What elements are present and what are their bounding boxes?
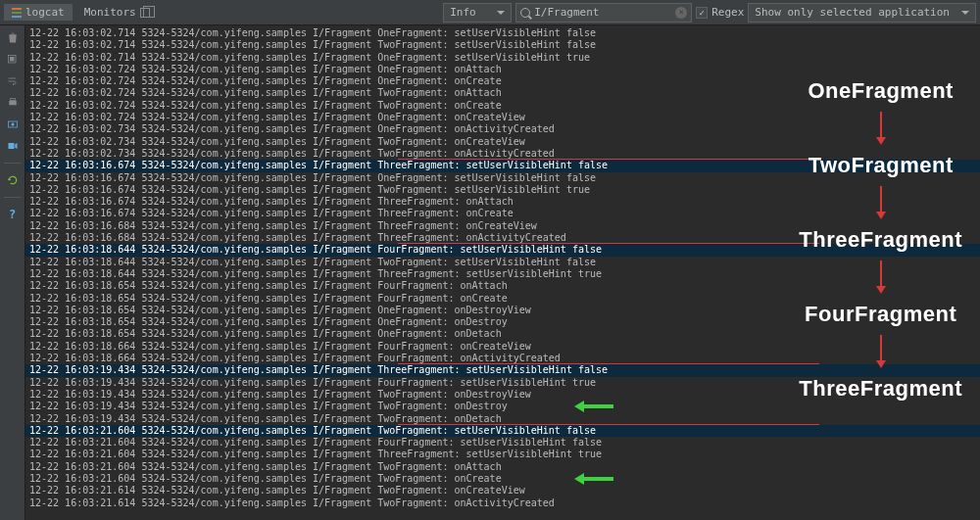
log-line-prefix: 12-22 16:03:18.654 5324-5324/com.yifeng.…: [29, 316, 377, 327]
log-line-message: ThreeFragment: setUserVisibleHint true: [377, 449, 602, 459]
log-line-prefix: 12-22 16:03:02.714 5324-5324/com.yifeng.…: [29, 27, 377, 38]
log-line[interactable]: 12-22 16:03:02.714 5324-5324/com.yifeng.…: [25, 52, 980, 64]
log-line-message: TwoFragment: onDestroy: [377, 401, 507, 411]
log-line-message: FourFragment: setUserVisibleHint false: [377, 437, 602, 448]
log-line-prefix: 12-22 16:03:16.684 5324-5324/com.yifeng.…: [29, 220, 377, 231]
log-line-prefix: 12-22 16:03:21.604 5324-5324/com.yifeng.…: [29, 425, 377, 436]
down-arrow-icon: [876, 260, 886, 294]
log-line-prefix: 12-22 16:03:02.734 5324-5324/com.yifeng.…: [29, 136, 377, 147]
annotation-label: ThreeFragment: [799, 376, 962, 402]
log-line-message: TwoFragment: onDetach: [377, 413, 501, 424]
log-line-prefix: 12-22 16:03:21.604 5324-5324/com.yifeng.…: [29, 449, 377, 459]
log-line-message: ThreeFragment: setUserVisibleHint false: [377, 160, 608, 170]
log-line[interactable]: 12-22 16:03:02.724 5324-5324/com.yifeng.…: [25, 64, 980, 75]
tab-logcat-label: logcat: [25, 6, 65, 19]
chevron-down-icon: [961, 11, 969, 15]
log-line-message: TwoFragment: onCreateView: [377, 485, 525, 496]
log-line[interactable]: 12-22 16:03:21.614 5324-5324/com.yifeng.…: [25, 485, 980, 496]
log-line[interactable]: 12-22 16:03:21.604 5324-5324/com.yifeng.…: [25, 437, 980, 449]
log-line-message: OneFragment: onDestroyView: [377, 305, 531, 315]
log-line-message: FourFragment: onCreate: [377, 293, 507, 304]
filter-value: Show only selected application: [755, 6, 950, 19]
log-line-message: TwoFragment: setUserVisibleHint false: [377, 425, 596, 436]
restore-icon: [140, 8, 150, 18]
svg-point-5: [11, 123, 14, 126]
scroll-end-icon[interactable]: [6, 53, 20, 67]
log-line-prefix: 12-22 16:03:02.714 5324-5324/com.yifeng.…: [29, 39, 377, 50]
log-line-prefix: 12-22 16:03:18.644 5324-5324/com.yifeng.…: [29, 244, 377, 255]
chevron-down-icon: [497, 11, 505, 15]
log-line-prefix: 12-22 16:03:02.724 5324-5324/com.yifeng.…: [29, 112, 377, 122]
log-line-prefix: 12-22 16:03:18.654 5324-5324/com.yifeng.…: [29, 305, 377, 315]
log-line[interactable]: 12-22 16:03:21.604 5324-5324/com.yifeng.…: [25, 473, 980, 485]
log-line[interactable]: 12-22 16:03:19.434 5324-5324/com.yifeng.…: [25, 401, 980, 412]
log-line[interactable]: 12-22 16:03:21.604 5324-5324/com.yifeng.…: [25, 461, 980, 473]
log-line-message: TwoFragment: setUserVisibleHint false: [377, 39, 596, 50]
svg-rect-6: [8, 143, 14, 149]
log-line-prefix: 12-22 16:03:19.434 5324-5324/com.yifeng.…: [29, 389, 377, 400]
log-line-message: ThreeFragment: onCreateView: [377, 220, 537, 231]
tab-logcat[interactable]: logcat: [4, 4, 73, 21]
log-line-message: ThreeFragment: onActivityCreated: [377, 232, 566, 243]
log-line-prefix: 12-22 16:03:21.614 5324-5324/com.yifeng.…: [29, 485, 377, 496]
left-gutter: ?: [0, 25, 25, 520]
log-line-message: TwoFragment: onCreateView: [377, 136, 525, 147]
svg-rect-1: [10, 57, 15, 62]
record-icon[interactable]: [6, 139, 20, 153]
log-line-prefix: 12-22 16:03:19.434 5324-5324/com.yifeng.…: [29, 401, 377, 411]
tab-monitors[interactable]: Monitors: [76, 4, 158, 21]
log-line-prefix: 12-22 16:03:02.734 5324-5324/com.yifeng.…: [29, 123, 377, 134]
clear-search-icon[interactable]: ×: [675, 7, 687, 19]
log-line-prefix: 12-22 16:03:16.674 5324-5324/com.yifeng.…: [29, 208, 377, 218]
trash-icon[interactable]: [6, 31, 20, 45]
log-line-message: OneFragment: onCreate: [377, 75, 501, 86]
log-line-message: TwoFragment: onAttach: [377, 87, 501, 98]
restart-icon[interactable]: [6, 173, 20, 187]
log-line-message: ThreeFragment: setUserVisibleHint false: [377, 364, 608, 375]
wrap-icon[interactable]: [6, 74, 20, 88]
annotation-labels: OneFragment TwoFragment ThreeFragment Fo…: [799, 78, 962, 402]
log-search-input[interactable]: I/Fragment ×: [515, 3, 692, 23]
log-line[interactable]: 12-22 16:03:02.714 5324-5324/com.yifeng.…: [25, 39, 980, 51]
log-line-message: TwoFragment: onCreate: [377, 100, 501, 111]
log-line-message: FourFragment: onAttach: [377, 280, 507, 291]
log-line-prefix: 12-22 16:03:19.434 5324-5324/com.yifeng.…: [29, 377, 377, 388]
log-line-prefix: 12-22 16:03:02.724 5324-5324/com.yifeng.…: [29, 64, 377, 74]
log-line[interactable]: 12-22 16:03:02.714 5324-5324/com.yifeng.…: [25, 27, 980, 39]
log-line[interactable]: 12-22 16:03:21.604 5324-5324/com.yifeng.…: [25, 449, 980, 460]
log-line-prefix: 12-22 16:03:02.724 5324-5324/com.yifeng.…: [29, 100, 377, 111]
log-line-prefix: 12-22 16:03:02.714 5324-5324/com.yifeng.…: [29, 52, 377, 63]
help-icon[interactable]: ?: [6, 208, 20, 221]
filter-dropdown[interactable]: Show only selected application: [748, 3, 976, 23]
annotation-label: ThreeFragment: [799, 227, 962, 253]
log-line-message: OneFragment: setUserVisibleHint false: [377, 172, 596, 183]
log-line-message: OneFragment: onDetach: [377, 328, 501, 339]
log-level-dropdown[interactable]: Info: [443, 3, 512, 23]
screenshot-icon[interactable]: [6, 118, 20, 131]
search-icon: [520, 8, 530, 18]
log-line-message: OneFragment: onAttach: [377, 64, 501, 74]
log-line-prefix: 12-22 16:03:21.614 5324-5324/com.yifeng.…: [29, 497, 377, 508]
print-icon[interactable]: [6, 96, 20, 110]
log-line-message: TwoFragment: onDestroyView: [377, 389, 531, 400]
log-line-message: FourFragment: onCreateView: [377, 341, 531, 352]
down-arrow-icon: [876, 186, 886, 219]
log-line-message: TwoFragment: setUserVisibleHint false: [377, 257, 596, 267]
log-line-message: ThreeFragment: onAttach: [377, 196, 513, 207]
log-line-prefix: 12-22 16:03:18.654 5324-5324/com.yifeng.…: [29, 293, 377, 304]
log-line-message: OneFragment: setUserVisibleHint true: [377, 52, 590, 63]
regex-checkbox[interactable]: ✓ Regex: [696, 6, 744, 19]
search-value: I/Fragment: [534, 6, 599, 19]
log-line[interactable]: 12-22 16:03:21.604 5324-5324/com.yifeng.…: [25, 425, 980, 437]
regex-label: Regex: [711, 6, 744, 19]
log-line-prefix: 12-22 16:03:19.434 5324-5324/com.yifeng.…: [29, 413, 377, 424]
log-line-prefix: 12-22 16:03:18.654 5324-5324/com.yifeng.…: [29, 280, 377, 291]
log-line-prefix: 12-22 16:03:19.434 5324-5324/com.yifeng.…: [29, 364, 377, 375]
log-line-message: OneFragment: onCreateView: [377, 112, 525, 122]
log-line-message: ThreeFragment: setUserVisibleHint true: [377, 268, 602, 279]
log-line-prefix: 12-22 16:03:16.684 5324-5324/com.yifeng.…: [29, 232, 377, 243]
log-line-prefix: 12-22 16:03:16.674 5324-5324/com.yifeng.…: [29, 184, 377, 195]
down-arrow-icon: [876, 112, 886, 145]
log-line-message: TwoFragment: onActivityCreated: [377, 148, 555, 159]
log-line[interactable]: 12-22 16:03:21.614 5324-5324/com.yifeng.…: [25, 497, 980, 509]
